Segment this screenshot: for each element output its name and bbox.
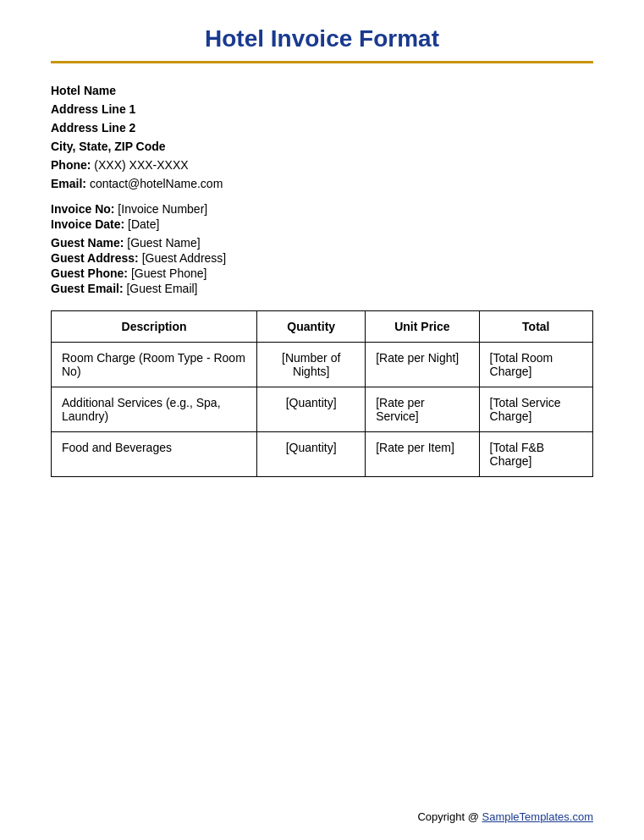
guest-info: Guest Name: [Guest Name] Guest Address: … <box>51 236 593 295</box>
hotel-city: City, State, ZIP Code <box>51 140 593 153</box>
col-header-quantity: Quantity <box>257 311 366 343</box>
hotel-email: Email: contact@hotelName.com <box>51 177 593 190</box>
cell-description: Additional Services (e.g., Spa, Laundry) <box>52 387 257 432</box>
footer-link[interactable]: SampleTemplates.com <box>482 810 594 823</box>
guest-address: Guest Address: [Guest Address] <box>51 251 593 265</box>
cell-total: [Total Service Charge] <box>479 387 592 432</box>
footer: Copyright @ SampleTemplates.com <box>417 810 593 823</box>
hotel-name: Hotel Name <box>51 84 593 97</box>
hotel-phone: Phone: (XXX) XXX-XXXX <box>51 158 593 172</box>
invoice-number: Invoice No: [Invoice Number] <box>51 202 593 216</box>
col-header-unit-price: Unit Price <box>366 311 479 343</box>
table-row: Room Charge (Room Type - Room No)[Number… <box>52 343 593 387</box>
hotel-info: Hotel Name Address Line 1 Address Line 2… <box>51 84 593 190</box>
invoice-table: Description Quantity Unit Price Total Ro… <box>51 310 593 477</box>
cell-quantity: [Quantity] <box>257 387 366 432</box>
col-header-total: Total <box>479 311 592 343</box>
cell-unit-price: [Rate per Service] <box>366 387 479 432</box>
guest-phone: Guest Phone: [Guest Phone] <box>51 266 593 280</box>
guest-email: Guest Email: [Guest Email] <box>51 282 593 295</box>
cell-description: Food and Beverages <box>52 432 257 477</box>
table-row: Additional Services (e.g., Spa, Laundry)… <box>52 387 593 432</box>
col-header-description: Description <box>52 311 257 343</box>
cell-total: [Total Room Charge] <box>479 343 592 387</box>
page: Hotel Invoice Format Hotel Name Address … <box>0 0 644 840</box>
cell-description: Room Charge (Room Type - Room No) <box>52 343 257 387</box>
cell-quantity: [Quantity] <box>257 432 366 477</box>
cell-total: [Total F&B Charge] <box>479 432 592 477</box>
divider <box>51 61 593 63</box>
table-header-row: Description Quantity Unit Price Total <box>52 311 593 343</box>
hotel-address1: Address Line 1 <box>51 102 593 116</box>
cell-quantity: [Number of Nights] <box>257 343 366 387</box>
guest-name: Guest Name: [Guest Name] <box>51 236 593 250</box>
invoice-date: Invoice Date: [Date] <box>51 217 593 231</box>
hotel-address2: Address Line 2 <box>51 121 593 135</box>
table-row: Food and Beverages[Quantity][Rate per It… <box>52 432 593 477</box>
invoice-info: Invoice No: [Invoice Number] Invoice Dat… <box>51 202 593 231</box>
cell-unit-price: [Rate per Night] <box>366 343 479 387</box>
page-title: Hotel Invoice Format <box>51 25 593 52</box>
cell-unit-price: [Rate per Item] <box>366 432 479 477</box>
